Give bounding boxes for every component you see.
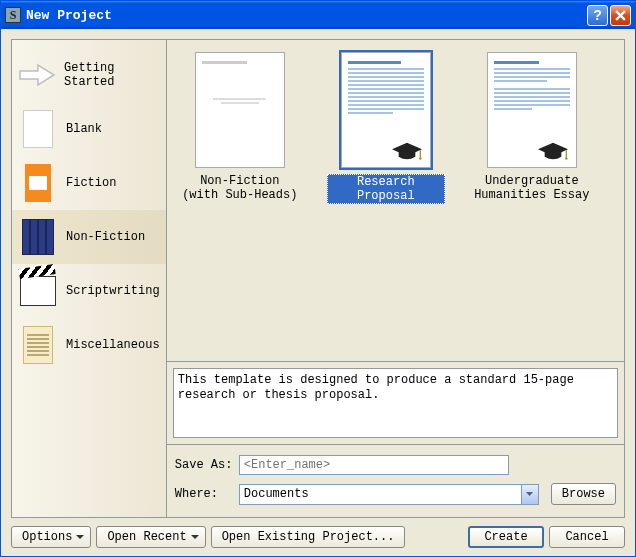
close-button[interactable]	[610, 5, 631, 26]
help-button[interactable]: ?	[587, 5, 608, 26]
template-research-proposal[interactable]: Research Proposal	[327, 52, 445, 204]
template-label: Research Proposal	[327, 174, 445, 204]
create-button[interactable]: Create	[468, 526, 544, 548]
template-thumbnail	[487, 52, 577, 168]
books-icon	[18, 217, 58, 257]
sidebar-item-miscellaneous[interactable]: Miscellaneous	[12, 318, 166, 372]
clapperboard-icon	[18, 271, 58, 311]
cancel-button[interactable]: Cancel	[549, 526, 625, 548]
app-icon: S	[5, 7, 21, 23]
close-icon	[615, 10, 626, 21]
template-label: Undergraduate Humanities Essay	[473, 174, 591, 202]
content-area: Non-Fiction (with Sub-Heads) Research Pr…	[167, 40, 624, 517]
template-thumbnail	[341, 52, 431, 168]
graduation-cap-icon	[390, 141, 424, 161]
open-existing-button[interactable]: Open Existing Project...	[211, 526, 406, 548]
sidebar-item-getting-started[interactable]: Getting Started	[12, 48, 166, 102]
template-label: Non-Fiction (with Sub-Heads)	[181, 174, 299, 202]
footer: Options Open Recent Open Existing Projec…	[11, 518, 625, 548]
main-panel: Getting Started Blank Fiction Non-Fictio…	[11, 39, 625, 518]
save-as-input[interactable]	[239, 455, 509, 475]
svg-point-3	[565, 157, 568, 160]
new-project-window: S New Project ? Getting Started Blank	[0, 0, 636, 557]
arrow-icon	[18, 55, 56, 95]
svg-point-1	[419, 157, 422, 160]
sidebar-item-label: Miscellaneous	[66, 338, 160, 352]
sidebar-item-fiction[interactable]: Fiction	[12, 156, 166, 210]
window-title: New Project	[26, 8, 587, 23]
save-area: Save As: Where: Documents Browse	[167, 444, 624, 517]
where-combo[interactable]: Documents	[239, 484, 539, 505]
graduation-cap-icon	[536, 141, 570, 161]
sidebar-item-label: Scriptwriting	[66, 284, 160, 298]
titlebar: S New Project ?	[1, 1, 635, 29]
sidebar-item-label: Fiction	[66, 176, 116, 190]
template-non-fiction-subheads[interactable]: Non-Fiction (with Sub-Heads)	[181, 52, 299, 202]
sidebar-item-label: Non-Fiction	[66, 230, 145, 244]
browse-button[interactable]: Browse	[551, 483, 616, 505]
blank-doc-icon	[18, 109, 58, 149]
template-undergrad-essay[interactable]: Undergraduate Humanities Essay	[473, 52, 591, 202]
options-button[interactable]: Options	[11, 526, 91, 548]
where-value: Documents	[244, 487, 521, 501]
save-as-label: Save As:	[175, 458, 239, 472]
sidebar-item-blank[interactable]: Blank	[12, 102, 166, 156]
client-area: Getting Started Blank Fiction Non-Fictio…	[1, 29, 635, 556]
template-grid: Non-Fiction (with Sub-Heads) Research Pr…	[167, 40, 624, 362]
misc-icon	[18, 325, 58, 365]
sidebar-item-scriptwriting[interactable]: Scriptwriting	[12, 264, 166, 318]
sidebar-item-non-fiction[interactable]: Non-Fiction	[12, 210, 166, 264]
titlebar-buttons: ?	[587, 5, 631, 26]
sidebar-item-label: Getting Started	[64, 61, 160, 89]
sidebar-item-label: Blank	[66, 122, 102, 136]
template-description: This template is designed to produce a s…	[173, 368, 618, 438]
template-thumbnail	[195, 52, 285, 168]
where-label: Where:	[175, 487, 239, 501]
open-recent-button[interactable]: Open Recent	[96, 526, 205, 548]
category-sidebar: Getting Started Blank Fiction Non-Fictio…	[12, 40, 167, 517]
chevron-down-icon	[521, 485, 538, 504]
fiction-icon	[18, 163, 58, 203]
